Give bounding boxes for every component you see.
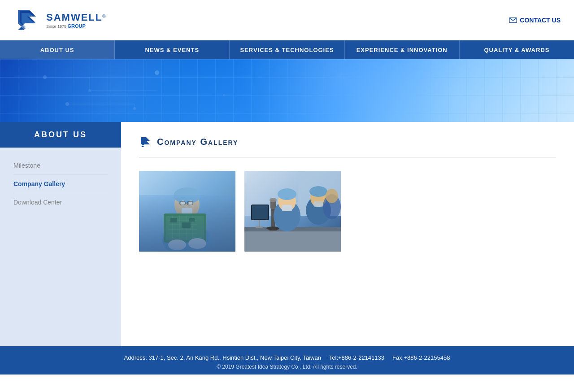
svg-rect-28: [166, 216, 204, 240]
nav-item-about-us[interactable]: ABOUT US: [0, 40, 115, 59]
svg-rect-63: [313, 201, 323, 207]
svg-point-65: [326, 189, 338, 203]
logo-company-name: SAMWELL: [46, 12, 102, 23]
sidebar-item-company-gallery[interactable]: Company Gallery: [13, 175, 108, 193]
site-footer: Address: 317-1, Sec. 2, An Kang Rd., Hsi…: [0, 346, 574, 375]
logo-text: SAMWELL® Since 1975 GROUP: [46, 12, 106, 29]
site-header: SAMWELL® Since 1975 GROUP CONTACT US: [0, 0, 574, 40]
footer-copyright: © 2019 Greatest Idea Strategy Co., Ltd. …: [9, 364, 565, 370]
svg-point-12: [133, 107, 136, 110]
svg-rect-37: [170, 218, 177, 222]
nav-item-experience[interactable]: EXPERIENCE & INNOVATION: [345, 40, 460, 59]
gallery-grid: [139, 171, 556, 252]
svg-point-58: [278, 188, 296, 200]
page-title: Company Gallery: [157, 137, 238, 147]
nav-item-quality[interactable]: QUALITY & AWARDS: [460, 40, 574, 59]
svg-rect-45: [244, 229, 341, 252]
svg-point-5: [88, 89, 91, 92]
page-title-icon: [139, 135, 152, 148]
svg-rect-38: [182, 222, 191, 228]
svg-point-20: [174, 187, 200, 204]
mail-icon: [509, 17, 517, 23]
sidebar-menu: Milestone Company Gallery Download Cente…: [0, 148, 121, 220]
svg-point-40: [168, 240, 186, 250]
svg-point-21: [181, 200, 185, 206]
svg-point-62: [309, 186, 327, 197]
samwell-logo-icon: [13, 8, 43, 32]
svg-point-41: [188, 238, 206, 249]
svg-marker-15: [141, 137, 150, 147]
footer-address-line: Address: 317-1, Sec. 2, An Kang Rd., Hsi…: [9, 354, 565, 361]
gallery-image-1-svg: [139, 171, 235, 252]
nav-item-services[interactable]: SERVICES & TECHNOLOGIES: [230, 40, 344, 59]
nav-item-news-events[interactable]: NEWS & EVENTS: [115, 40, 230, 59]
page-title-row: Company Gallery: [139, 135, 556, 148]
gallery-item-1[interactable]: [139, 171, 235, 252]
title-divider: [139, 157, 556, 157]
sidebar: ABOUT US Milestone Company Gallery Downl…: [0, 122, 121, 346]
svg-rect-17: [139, 171, 235, 252]
svg-rect-53: [252, 205, 268, 219]
sidebar-item-download-center[interactable]: Download Center: [13, 193, 108, 211]
svg-point-22: [189, 200, 193, 206]
svg-rect-55: [256, 226, 263, 228]
contact-us-label: CONTACT US: [520, 17, 561, 24]
svg-rect-23: [180, 201, 185, 205]
logo-registered: ®: [102, 13, 105, 18]
hero-circuit-svg: [0, 59, 574, 122]
content-area: Company Gallery: [121, 122, 574, 346]
svg-point-11: [65, 102, 69, 106]
logo-area[interactable]: SAMWELL® Since 1975 GROUP: [13, 8, 106, 32]
svg-rect-59: [282, 205, 292, 211]
contact-us-button[interactable]: CONTACT US: [509, 17, 561, 24]
gallery-item-2[interactable]: [244, 171, 341, 252]
svg-point-18: [162, 225, 212, 252]
svg-point-4: [43, 75, 47, 79]
svg-rect-24: [187, 201, 193, 205]
hero-banner: [0, 59, 574, 122]
logo-since: Since 1975 GROUP: [46, 23, 106, 29]
svg-point-6: [155, 70, 159, 75]
svg-point-51: [270, 198, 277, 202]
gallery-image-2-svg: [244, 171, 341, 252]
sidebar-item-milestone[interactable]: Milestone: [13, 157, 108, 175]
svg-point-7: [223, 94, 226, 96]
svg-rect-26: [182, 208, 192, 214]
svg-rect-39: [189, 218, 195, 222]
hero-circuit-overlay: [258, 59, 574, 122]
main-nav: ABOUT US NEWS & EVENTS SERVICES & TECHNO…: [0, 40, 574, 59]
main-content: ABOUT US Milestone Company Gallery Downl…: [0, 122, 574, 346]
sidebar-title: ABOUT US: [0, 122, 121, 148]
svg-rect-27: [164, 213, 206, 243]
